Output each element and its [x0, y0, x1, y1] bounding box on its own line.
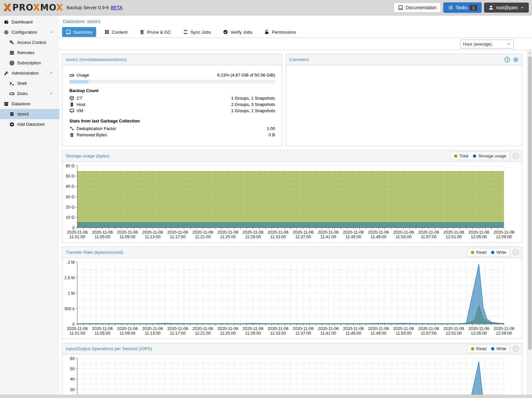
documentation-button[interactable]: Documentation: [394, 3, 441, 13]
legend-item-read[interactable]: Read: [471, 346, 486, 351]
svg-text:0: 0: [72, 322, 75, 327]
sidebar-item-store1[interactable]: store1: [0, 109, 59, 119]
svg-text:2020-11-06: 2020-11-06: [293, 326, 313, 331]
bottom-edge: [0, 395, 532, 398]
svg-text:12:09:00: 12:09:00: [496, 235, 512, 239]
sidebar-item-access-control[interactable]: Access Control: [0, 37, 59, 48]
legend-label: Read: [476, 346, 486, 351]
minus-circle-icon[interactable]: [513, 153, 519, 159]
svg-text:12:01:00: 12:01:00: [446, 331, 462, 336]
chart-svg: 010 G20 G30 G40 G50 G60 G2020-11-0611:01…: [62, 162, 521, 242]
svg-text:2020-11-06: 2020-11-06: [468, 326, 489, 331]
svg-text:11:21:00: 11:21:00: [195, 235, 211, 239]
svg-text:2020-11-06: 2020-11-06: [493, 326, 514, 331]
sidebar-item-datastore[interactable]: Datastore: [0, 99, 59, 109]
svg-text:30: 30: [70, 387, 75, 392]
legend-dot: [471, 251, 474, 254]
svg-text:2020-11-06: 2020-11-06: [418, 326, 439, 331]
tab-verify-jobs[interactable]: Verify Jobs: [219, 27, 256, 37]
legend-item-total[interactable]: Total: [454, 153, 468, 158]
scrollbar-thumb[interactable]: [528, 56, 532, 350]
book-icon: [66, 29, 71, 35]
sidebar-item-dashboard[interactable]: Dashboard: [0, 17, 59, 27]
chevron-right-circle-icon[interactable]: [504, 57, 510, 63]
sidebar-item-configuration[interactable]: Configuration: [0, 27, 59, 37]
legend-item-read[interactable]: Read: [471, 250, 486, 255]
tab-bar: SummaryContentPrune & GCSync JobsVerify …: [59, 27, 532, 38]
user-icon: [488, 5, 494, 10]
sidebar-item-disks[interactable]: Disks: [0, 88, 59, 99]
legend-dot: [473, 154, 476, 158]
tab-content[interactable]: Content: [101, 27, 131, 37]
minus-circle-icon[interactable]: [513, 249, 519, 255]
svg-text:2020-11-06: 2020-11-06: [368, 326, 389, 331]
tab-sync-jobs[interactable]: Sync Jobs: [179, 27, 215, 37]
beta-link[interactable]: BETA: [111, 5, 123, 10]
stat-row-host: Host2 Groups, 3 Snapshots: [69, 101, 275, 108]
svg-text:1 M: 1 M: [68, 291, 75, 296]
svg-text:2020-11-06: 2020-11-06: [92, 326, 113, 331]
svg-text:10 G: 10 G: [66, 215, 75, 220]
svg-text:2020-11-06: 2020-11-06: [242, 230, 263, 235]
legend-item-storage-usage[interactable]: Storage usage: [473, 153, 506, 158]
stat-row-vm: VM1 Groups, 1 Snapshots: [69, 108, 275, 114]
svg-text:11:45:00: 11:45:00: [345, 235, 361, 239]
scroll-up-arrow[interactable]: ▲: [527, 50, 532, 55]
caret-down-icon: [49, 30, 54, 34]
svg-text:2020-11-06: 2020-11-06: [318, 326, 338, 331]
server-list-icon: [9, 50, 15, 55]
chart-title: Input/Output Operations per Second (IOPS…: [66, 346, 152, 351]
compress-icon: [69, 126, 74, 131]
svg-text:2020-11-06: 2020-11-06: [443, 326, 464, 331]
sidebar-item-subscription[interactable]: Subscription: [0, 58, 59, 68]
svg-text:2020-11-06: 2020-11-06: [142, 326, 163, 331]
user-menu-button[interactable]: root@pam: [484, 3, 529, 13]
gear-icon[interactable]: [513, 57, 519, 63]
sidebar-item-shell[interactable]: Shell: [0, 78, 59, 88]
tab-permissions[interactable]: Permissions: [261, 27, 300, 37]
svg-text:50 G: 50 G: [66, 174, 75, 179]
usage-progress-fill: [69, 80, 89, 83]
life-ring-icon: [9, 60, 15, 66]
chart-legend: ReadWrite: [467, 248, 510, 256]
page-title: Datastore: store1: [63, 18, 101, 24]
svg-text:11:57:00: 11:57:00: [421, 235, 437, 239]
timeframe-select[interactable]: Hour (average): [460, 40, 514, 49]
legend-item-write[interactable]: Write: [491, 346, 506, 351]
svg-text:11:33:00: 11:33:00: [270, 235, 286, 239]
svg-text:11:29:00: 11:29:00: [245, 331, 261, 336]
sidebar-item-administration[interactable]: Administration: [0, 68, 59, 78]
dashboard-icon: [3, 19, 9, 25]
svg-text:2020-11-06: 2020-11-06: [217, 230, 238, 235]
svg-text:2020-11-06: 2020-11-06: [167, 230, 188, 235]
vertical-scrollbar[interactable]: ▲: [527, 50, 532, 395]
tab-prune-gc[interactable]: Prune & GC: [136, 27, 175, 37]
sidebar-item-label: Disks: [17, 91, 28, 96]
tab-label: Permissions: [272, 30, 296, 35]
tasks-button[interactable]: Tasks 1: [443, 3, 481, 13]
stat-value: 1 Groups, 1 Snapshots: [231, 96, 275, 101]
tab-summary[interactable]: Summary: [62, 27, 96, 37]
svg-text:60: 60: [70, 356, 75, 361]
usage-progress-bar: [69, 80, 275, 83]
legend-dot: [491, 347, 494, 350]
svg-text:11:53:00: 11:53:00: [396, 331, 411, 336]
svg-text:2020-11-06: 2020-11-06: [192, 326, 213, 331]
svg-text:11:49:00: 11:49:00: [371, 235, 386, 239]
svg-text:11:17:00: 11:17:00: [170, 235, 186, 239]
svg-text:2020-11-06: 2020-11-06: [343, 230, 364, 235]
chart-plot: 0500 k1 M1.5 M2 M2020-11-0611:01:002020-…: [62, 258, 522, 339]
legend-item-write[interactable]: Write: [491, 250, 506, 255]
gc-stats-heading: Stats from last Garbage Collection: [69, 118, 275, 123]
archive-icon: [3, 101, 9, 107]
database-icon: [9, 112, 15, 117]
proxmox-logo: X PROXMOX: [3, 3, 63, 13]
svg-text:2020-11-06: 2020-11-06: [92, 230, 113, 235]
key-icon: [9, 40, 15, 45]
sidebar-item-label: Shell: [17, 81, 27, 86]
sidebar-item-add-datastore[interactable]: Add Datastore: [0, 119, 59, 129]
sidebar-item-label: Administration: [12, 71, 39, 76]
sidebar-item-remotes[interactable]: Remotes: [0, 48, 59, 58]
minus-circle-icon[interactable]: [513, 346, 519, 352]
svg-text:2 M: 2 M: [68, 260, 75, 265]
